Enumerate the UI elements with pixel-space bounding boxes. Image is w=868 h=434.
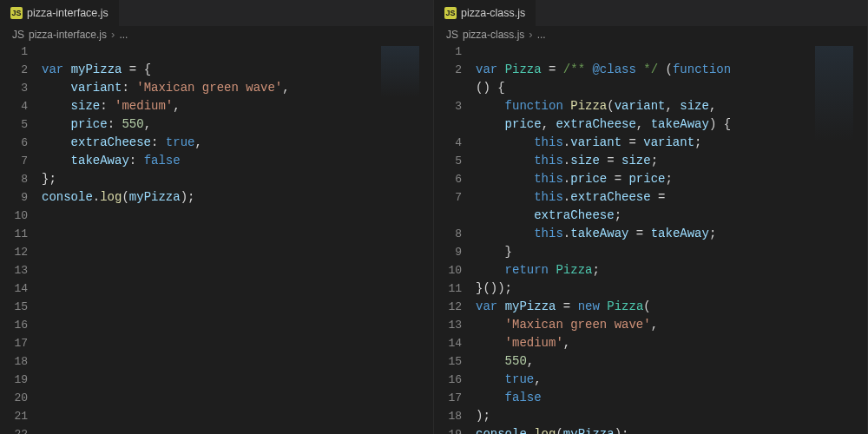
breadcrumb-rest: ... <box>537 29 546 41</box>
tab-filename: pizza-class.js <box>461 7 525 19</box>
line-number-gutter: 12 3 4567 8910111213141516171819 <box>434 43 476 434</box>
minimap-thumb <box>815 46 853 141</box>
editor-left[interactable]: 12345678910111213141516171819202122 var … <box>0 43 433 434</box>
breadcrumb-right[interactable]: JS pizza-class.js › ... <box>434 26 867 43</box>
vertical-scrollbar[interactable] <box>423 43 433 434</box>
breadcrumb-rest: ... <box>119 29 128 41</box>
code-area[interactable]: var myPizza = { variant: 'Maxican green … <box>42 43 378 434</box>
tab-bar: JS pizza-class.js <box>434 0 867 26</box>
minimap[interactable] <box>812 43 857 434</box>
tab-pizza-interface[interactable]: JS pizza-interface.js <box>0 0 119 26</box>
chevron-right-icon: › <box>111 28 115 41</box>
minimap-thumb <box>381 46 419 98</box>
tab-bar: JS pizza-interface.js <box>0 0 433 26</box>
code-area[interactable]: var Pizza = /** @class */ (function () {… <box>476 43 812 434</box>
breadcrumb-file: pizza-interface.js <box>29 29 107 41</box>
chevron-right-icon: › <box>529 28 532 41</box>
minimap[interactable] <box>378 43 423 434</box>
editor-right[interactable]: 12 3 4567 8910111213141516171819 var Piz… <box>434 43 867 434</box>
tab-pizza-class[interactable]: JS pizza-class.js <box>434 0 536 26</box>
js-file-icon: JS <box>446 29 458 41</box>
breadcrumb-left[interactable]: JS pizza-interface.js › ... <box>0 26 433 43</box>
vertical-scrollbar[interactable] <box>857 43 867 434</box>
line-number-gutter: 12345678910111213141516171819202122 <box>0 43 42 434</box>
editor-pane-left: JS pizza-interface.js JS pizza-interface… <box>0 0 434 434</box>
tab-filename: pizza-interface.js <box>27 7 108 19</box>
breadcrumb-file: pizza-class.js <box>463 29 524 41</box>
js-file-icon: JS <box>12 29 24 41</box>
editor-pane-right: JS pizza-class.js JS pizza-class.js › ..… <box>434 0 868 434</box>
js-file-icon: JS <box>444 7 457 19</box>
js-file-icon: JS <box>10 7 23 19</box>
